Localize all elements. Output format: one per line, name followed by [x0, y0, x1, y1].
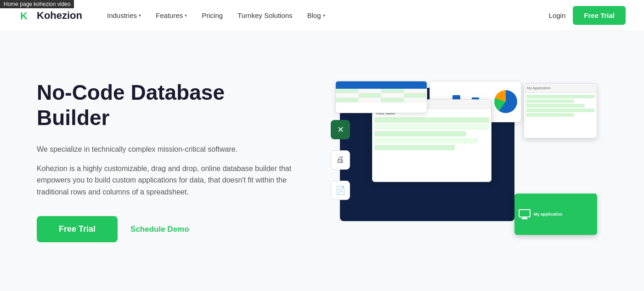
pivot-row: [374, 131, 466, 137]
logo-text: Kohezion: [37, 10, 82, 22]
hero-title: No-Code Database Builder: [37, 80, 303, 131]
nav-free-trial-button[interactable]: Free Trial: [573, 6, 626, 25]
pivot-row: [374, 124, 489, 130]
spreadsheet-cell: [336, 89, 359, 93]
spreadsheet-cell: [359, 93, 382, 97]
excel-icon: ✕: [331, 120, 350, 139]
spreadsheet-cell: [359, 89, 382, 93]
nav-item-features[interactable]: Features ▾: [149, 8, 193, 23]
spreadsheet-row: [336, 93, 427, 98]
spreadsheet-cell: [381, 98, 404, 102]
app-row: [526, 99, 574, 103]
spreadsheet-header: [336, 81, 427, 89]
spreadsheet-row: [336, 89, 427, 93]
spreadsheet-cell: [381, 93, 404, 97]
svg-text:K: K: [20, 10, 28, 22]
hero-buttons: Free Trial Schedule Demo: [37, 216, 303, 242]
panel-spreadsheet: [335, 81, 427, 113]
visual-container: ✕ 🖨 📄: [331, 83, 597, 240]
nav-item-pricing[interactable]: Pricing: [195, 8, 229, 23]
login-link[interactable]: Login: [549, 11, 566, 19]
chevron-down-icon: ▾: [139, 13, 141, 18]
app-row: [526, 113, 574, 117]
tooltip-bar: Home page kohezion video: [0, 0, 74, 8]
panel-app-body: [524, 93, 597, 119]
spreadsheet-cell: [404, 93, 427, 97]
hero-subtitle: We specialize in technically complex mis…: [37, 143, 303, 155]
spreadsheet-cell: [381, 89, 404, 93]
nav-item-industries[interactable]: Industries ▾: [101, 8, 147, 23]
logo[interactable]: K Kohezion: [18, 8, 82, 23]
pivot-body: Pivot Tables: [373, 109, 491, 152]
hero-section: No-Code Database Builder We specialize i…: [0, 31, 644, 291]
spreadsheet-cell: [404, 89, 427, 93]
monitor-icon: [518, 208, 531, 221]
svg-rect-9: [521, 218, 528, 219]
pivot-row: [374, 138, 478, 143]
nav-item-turnkey[interactable]: Turnkey Solutions: [231, 8, 299, 23]
panel-app-window: My Application: [524, 83, 597, 138]
pivot-row: [374, 117, 489, 123]
navbar: K Kohezion Industries ▾ Features ▾ Prici…: [0, 0, 644, 31]
spreadsheet-row: [336, 98, 427, 103]
hero-visual: ✕ 🖨 📄: [331, 83, 597, 240]
chevron-down-icon: ▾: [323, 13, 325, 18]
svg-rect-8: [523, 217, 526, 218]
hero-content: No-Code Database Builder We specialize i…: [37, 80, 303, 243]
hero-free-trial-button[interactable]: Free Trial: [37, 216, 118, 242]
nav-right: Login Free Trial: [549, 6, 626, 25]
spreadsheet-cell: [336, 98, 359, 102]
svg-rect-7: [519, 210, 530, 217]
spreadsheet-cell: [404, 98, 427, 102]
pivot-row: [374, 145, 455, 150]
doc-icon: 🖨: [331, 150, 350, 170]
hero-description: Kohezion is a highly customizable, drag …: [37, 163, 303, 198]
app-row: [526, 108, 595, 112]
app-row: [526, 104, 585, 108]
file-icon: 📄: [331, 181, 350, 200]
spreadsheet-cell: [359, 98, 382, 102]
chart-donut: [494, 90, 517, 113]
nav-item-blog[interactable]: Blog ▾: [301, 8, 332, 23]
spreadsheet-cell: [336, 93, 359, 97]
panel-app-header: My Application: [524, 84, 597, 93]
chevron-down-icon: ▾: [185, 13, 187, 18]
icons-strip: ✕ 🖨 📄: [331, 120, 350, 200]
app-row: [526, 95, 595, 98]
nav-links: Industries ▾ Features ▾ Pricing Turnkey …: [101, 8, 549, 23]
logo-icon: K: [18, 8, 33, 23]
panel-bottom-green: My application: [514, 194, 597, 235]
hero-schedule-demo-link[interactable]: Schedule Demo: [130, 225, 189, 234]
